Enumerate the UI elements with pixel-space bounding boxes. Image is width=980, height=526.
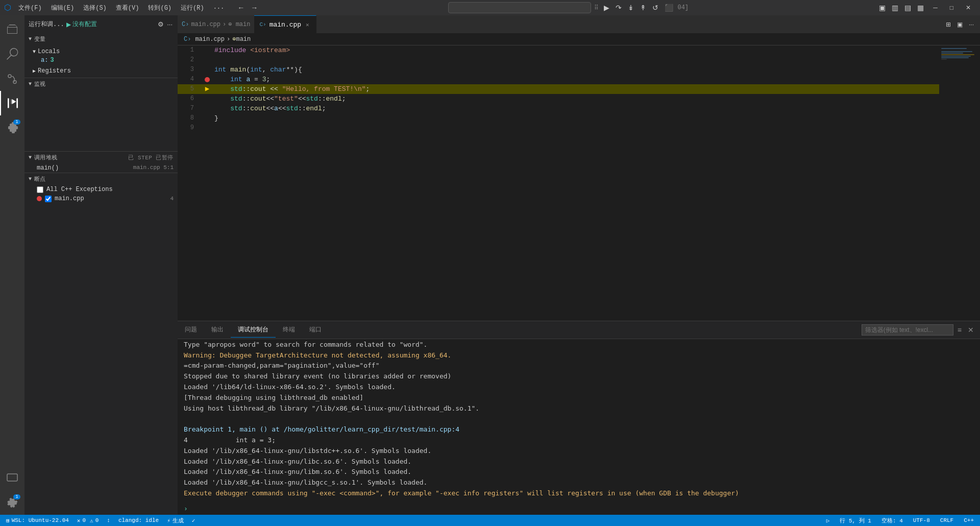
terminal-line: [184, 414, 974, 424]
maximize-button[interactable]: □: [945, 2, 959, 13]
variable-a[interactable]: a: 3: [24, 56, 178, 64]
settings-icon[interactable]: ⚙: [157, 19, 165, 29]
breadcrumb-symbol-icon: ⊕: [232, 35, 236, 43]
run-debug-label: 运行和调...: [29, 20, 64, 29]
status-cursor[interactable]: 行 5, 列 1: [838, 517, 873, 524]
menu-goto[interactable]: 转到(G): [144, 3, 176, 13]
status-errors[interactable]: ✕ 0 ⚠ 0: [75, 517, 101, 524]
search-input[interactable]: [448, 2, 591, 13]
registers-header[interactable]: ▶ Registers: [24, 66, 178, 76]
editor-layout-button[interactable]: ▣: [955, 20, 965, 29]
status-encoding[interactable]: UTF-8: [911, 517, 932, 523]
status-clangd[interactable]: clangd: idle: [116, 517, 161, 523]
step-into-button[interactable]: ↡: [626, 3, 636, 13]
menu-select[interactable]: 选择(S): [79, 3, 111, 13]
sync-icon: ↕: [107, 517, 110, 523]
main-container: 1 1 运行和调... ▶ 没有配置 ⚙ ··· ▼ 变量: [0, 15, 980, 515]
bp-all-cpp-exceptions-checkbox[interactable]: [37, 186, 43, 193]
line-gutter-6: [202, 94, 212, 104]
status-spaces[interactable]: 空格: 4: [879, 517, 905, 524]
activity-run-debug[interactable]: [0, 91, 24, 115]
bp-all-cpp-exceptions-label: All C++ Exceptions: [46, 186, 113, 193]
breakpoints-section-header[interactable]: ▼ 断点: [24, 173, 178, 185]
panel-filter-input[interactable]: [862, 324, 953, 336]
clangd-label: clangd: idle: [118, 517, 159, 523]
watch-label: 监视: [34, 80, 46, 88]
step-over-button[interactable]: ↷: [614, 3, 624, 13]
layout-icon[interactable]: ▣: [877, 3, 888, 13]
layout4-icon[interactable]: ▦: [915, 3, 926, 13]
status-bar: ⊞ WSL: Ubuntu-22.04 ✕ 0 ⚠ 0 ↕ clangd: id…: [0, 515, 980, 526]
locals-header[interactable]: ▼ Locals: [24, 47, 178, 56]
restart-button[interactable]: ↺: [650, 3, 660, 13]
activity-settings[interactable]: 1: [0, 490, 24, 515]
filter-options-button[interactable]: ≡: [955, 325, 964, 335]
language-label: C++: [964, 517, 974, 523]
menu-edit[interactable]: 编辑(E): [47, 3, 79, 13]
registers-arrow-icon: ▶: [33, 68, 36, 74]
terminal-output: For help, type "help".Type "apropos word…: [178, 339, 980, 503]
more-options-icon[interactable]: ···: [166, 19, 174, 29]
run-button[interactable]: ▶ 没有配置: [66, 20, 97, 29]
panel-tab-problems[interactable]: 问题: [178, 322, 204, 338]
variables-section-header[interactable]: ▼ 变量: [24, 33, 178, 45]
code-line-3: 3int main(int, char**){: [178, 65, 939, 75]
nav-forward-button[interactable]: →: [249, 3, 260, 13]
activity-source-control[interactable]: [0, 66, 24, 91]
activity-search[interactable]: [0, 42, 24, 66]
minimize-button[interactable]: ─: [928, 2, 943, 13]
step-out-button[interactable]: ↟: [638, 3, 648, 13]
activity-remote[interactable]: [0, 466, 24, 490]
tab-close-button[interactable]: ✕: [304, 21, 311, 29]
run-config-label: 没有配置: [72, 20, 97, 29]
tab-main-cpp[interactable]: C› main.cpp ✕: [254, 15, 316, 33]
frame-file: main.cpp 5:1: [133, 164, 174, 172]
panel-tab-ports[interactable]: 端口: [302, 322, 329, 338]
callstack-frame-main[interactable]: main() main.cpp 5:1: [24, 163, 178, 173]
split-editor-button[interactable]: ⊞: [944, 20, 953, 29]
close-button[interactable]: ✕: [961, 2, 976, 13]
nav-back-button[interactable]: ←: [235, 3, 247, 13]
terminal-input[interactable]: [190, 505, 974, 513]
breadcrumb-filename[interactable]: main.cpp: [195, 36, 225, 43]
bp-item-cpp-exceptions: All C++ Exceptions: [24, 185, 178, 194]
line-number-6: 6: [178, 94, 202, 104]
breadcrumb-symbol[interactable]: main: [236, 36, 251, 43]
titlebar-center: ⠿ ▶ ↷ ↡ ↟ ↺ ⬛ 04]: [263, 2, 874, 13]
status-play[interactable]: ▷: [824, 517, 832, 524]
bp-main-cpp-checkbox[interactable]: [45, 196, 52, 202]
locals-arrow-icon: ▼: [33, 49, 36, 55]
status-wsl[interactable]: ⊞ WSL: Ubuntu-22.04: [4, 517, 71, 524]
layout2-icon[interactable]: ▥: [890, 3, 900, 13]
debug-chevron-icon: ›: [223, 21, 226, 28]
code-editor[interactable]: 1#include <iostream>2 3int main(int, cha…: [178, 45, 980, 321]
window-controls: ▣ ▥ ▤ ▦ ─ □ ✕: [877, 2, 976, 13]
status-check[interactable]: ✓: [190, 517, 198, 524]
panel-close-button[interactable]: ✕: [966, 325, 976, 335]
status-language[interactable]: C++: [962, 517, 976, 523]
menu-more[interactable]: ...: [209, 3, 229, 13]
layout3-icon[interactable]: ▤: [902, 3, 913, 13]
line-content-8: }: [212, 113, 939, 123]
status-sync[interactable]: ↕: [105, 517, 112, 523]
panel-tab-output[interactable]: 输出: [204, 322, 231, 338]
status-eol[interactable]: CRLF: [938, 517, 955, 523]
current-debug-file: main.cpp: [191, 21, 220, 28]
activity-extensions[interactable]: 1: [0, 115, 24, 140]
line-content-3: int main(int, char**){: [212, 65, 939, 75]
more-actions-button[interactable]: ···: [967, 20, 976, 29]
terminal-line: Loaded '/lib/x86_64-linux-gnu/libgcc_s.s…: [184, 477, 974, 488]
activity-explorer[interactable]: [0, 17, 24, 42]
menu-run[interactable]: 运行(R): [177, 3, 208, 13]
status-build[interactable]: ⚡ 生成: [165, 517, 186, 524]
stop-button[interactable]: ⬛: [663, 3, 675, 13]
line-content-1: #include <iostream>: [212, 45, 939, 55]
terminal-line: Loaded '/lib/x86_64-linux-gnu/libm.so.6'…: [184, 467, 974, 477]
panel-tab-debug-console[interactable]: 调试控制台: [231, 322, 276, 338]
callstack-section-header[interactable]: ▼ 调用堆栈 已 step 已暂停: [24, 152, 178, 163]
panel-tab-terminal[interactable]: 终端: [276, 322, 302, 338]
menu-view[interactable]: 查看(V): [112, 3, 143, 13]
menu-file[interactable]: 文件(F): [14, 3, 46, 13]
continue-button[interactable]: ▶: [602, 3, 611, 13]
watch-section-header[interactable]: ▼ 监视: [24, 78, 178, 90]
